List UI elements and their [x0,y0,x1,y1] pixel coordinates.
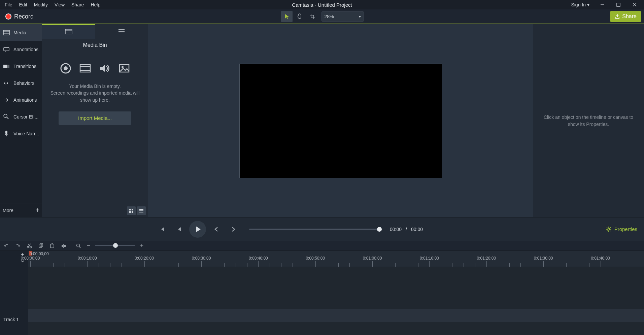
maximize-button[interactable] [612,0,625,9]
sidebar-item-label: Behaviors [13,80,34,86]
timeline-tracks-area[interactable]: 0:00:00;00 0:00:00;000:00:10;000:00:20;0… [28,251,644,335]
record-button[interactable]: Record [1,11,38,22]
select-tool-button[interactable] [281,11,293,22]
panel-tab-thumbnails[interactable] [42,24,95,39]
playback-bar: 00:00 / 00:00 Properties [0,217,644,241]
sidebar-item-voice-narration[interactable]: Voice Narr... [0,125,42,142]
timeline-track-header-area: + Track 1 [0,251,28,335]
play-button[interactable] [189,221,206,238]
microphone-icon [3,130,10,137]
split-button[interactable] [60,242,67,249]
sidebar-item-annotations[interactable]: Annotations [0,41,42,58]
playback-seek-slider[interactable] [249,229,380,230]
crop-icon [309,13,315,20]
step-forward-button[interactable] [227,223,240,236]
properties-toggle-button[interactable]: Properties [606,226,637,232]
gear-icon [606,226,612,232]
svg-point-35 [608,228,610,230]
next-frame-button[interactable] [172,223,185,236]
close-button[interactable] [628,0,641,9]
step-back-button[interactable] [210,223,223,236]
cut-button[interactable] [26,242,33,249]
svg-point-45 [77,244,80,247]
svg-point-36 [27,246,29,248]
track-1-lane[interactable] [28,309,644,322]
timeline-zoom-in-button[interactable]: + [138,242,145,249]
timeline: − + + Track 1 0:00:00;00 0:00:00;000:00:… [0,241,644,335]
sidebar-item-cursor-effects[interactable]: Cursor Eff... [0,108,42,125]
record-empty-icon [60,63,71,74]
sidebar-item-media[interactable]: Media [0,24,42,41]
canvas-area[interactable] [148,24,533,217]
share-label: Share [622,13,637,20]
redo-button[interactable] [14,242,22,249]
ruler-label: 0:00:40;00 [249,256,268,261]
canvas-zoom-select[interactable]: 28% [321,11,364,22]
menu-view[interactable]: View [51,1,68,9]
paste-button[interactable] [48,242,56,249]
svg-rect-1 [617,3,620,6]
filmstrip-icon [65,29,72,34]
media-icon [3,29,10,36]
panel-tab-list[interactable] [95,24,148,39]
video-empty-icon [79,63,91,74]
sidebar-item-transitions[interactable]: Transitions [0,58,42,75]
timeline-zoom-slider[interactable] [95,245,135,246]
sidebar-item-label: Voice Narr... [13,131,39,136]
annotations-icon [3,46,10,53]
timeline-ruler[interactable]: 0:00:00;00 0:00:00;000:00:10;000:00:20;0… [28,251,644,267]
menu-share[interactable]: Share [68,1,87,9]
menu-help[interactable]: Help [87,1,104,9]
seek-thumb[interactable] [377,227,382,232]
record-label: Record [14,13,34,20]
menu-bar: File Edit Modify View Share Help Camtasi… [0,0,644,9]
plus-icon: + [35,206,39,214]
media-panel: Media Bin Your Media Bin is empty. Scree… [42,24,148,217]
canvas-frame[interactable] [239,64,442,178]
toolbar: Record 28% Share [0,9,644,24]
sidebar: Media Annotations Transitions Behaviors … [0,24,42,217]
ruler-label: 0:01:20;00 [477,256,496,261]
sidebar-item-animations[interactable]: Animations [0,92,42,108]
track-1-label[interactable]: Track 1 [3,317,19,322]
timeline-zoom-out-button[interactable]: − [85,242,92,249]
animations-icon [3,96,10,104]
minimize-button[interactable] [596,0,609,9]
svg-rect-41 [52,243,53,244]
menu-file[interactable]: File [1,1,16,9]
timeline-search-button[interactable] [75,242,82,249]
svg-line-46 [79,246,81,248]
copy-button[interactable] [37,242,44,249]
sidebar-item-behaviors[interactable]: Behaviors [0,75,42,92]
menu-modify[interactable]: Modify [31,1,51,9]
sidebar-more-button[interactable]: More + [0,203,42,217]
svg-rect-40 [50,244,54,248]
view-grid-button[interactable] [127,206,136,215]
playhead-time: 0:00:00;00 [30,252,49,256]
view-list-button[interactable] [137,206,146,215]
crop-tool-button[interactable] [307,11,318,22]
timeline-tools: − + [0,241,644,251]
signin-dropdown[interactable]: Sign In ▾ [568,1,593,9]
svg-point-22 [64,66,68,70]
properties-toggle-label: Properties [614,226,637,232]
prev-frame-button[interactable] [156,223,168,236]
sidebar-more-label: More [3,208,13,213]
share-button[interactable]: Share [610,11,641,22]
undo-button[interactable] [3,242,10,249]
grid-icon [129,208,134,213]
svg-rect-4 [3,30,9,35]
timeline-zoom-thumb[interactable] [113,243,118,248]
svg-rect-14 [5,131,7,134]
menu-edit[interactable]: Edit [16,1,31,9]
ruler-label: 0:00:20;00 [135,256,154,261]
svg-rect-43 [62,245,63,247]
pan-tool-button[interactable] [294,11,305,22]
import-media-button[interactable]: Import Media... [59,111,131,125]
list-icon [118,29,125,34]
svg-point-10 [4,82,5,84]
playback-duration: 00:00 [411,227,423,232]
image-empty-icon [118,63,130,74]
sidebar-item-label: Animations [13,97,37,103]
svg-rect-29 [132,209,133,210]
